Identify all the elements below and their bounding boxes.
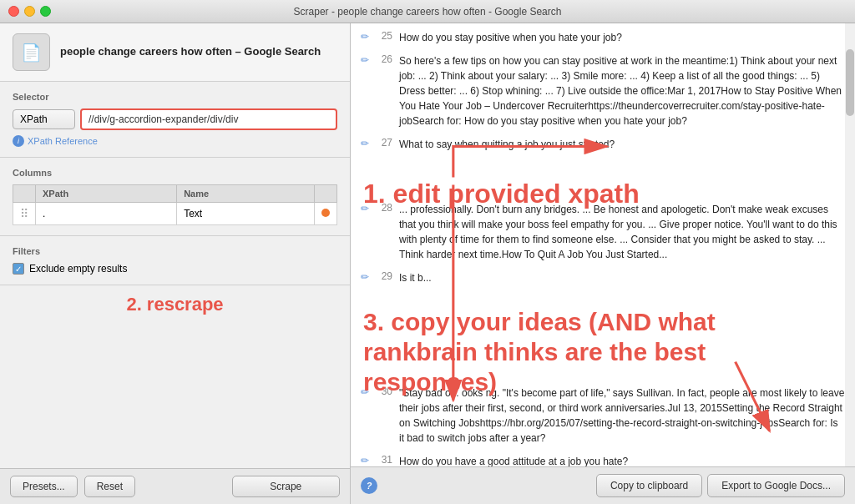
list-item: ✏ 27 What to say when quitting a job you…	[361, 137, 845, 152]
selector-input[interactable]	[80, 108, 337, 130]
selector-row: XPath CSS	[13, 108, 337, 130]
result-text: How do you stay positive when you hate y…	[399, 30, 845, 45]
pencil-icon: ✏	[361, 271, 369, 283]
filters-label: Filters	[13, 246, 337, 256]
list-item: ✏ 25 How do you stay positive when you h…	[361, 30, 845, 45]
columns-section: Columns XPath Name ⠿ .	[0, 158, 350, 236]
window-title: Scraper - people change careers how ofte…	[294, 6, 562, 18]
result-number: 28	[376, 202, 392, 214]
result-text: ... professionally. Don't burn any bridg…	[399, 202, 845, 262]
pencil-icon: ✏	[361, 31, 369, 43]
selector-type-dropdown[interactable]: XPath CSS	[13, 109, 75, 129]
left-panel: 📄 people change careers how often – Goog…	[0, 23, 351, 504]
exclude-empty-label: Exclude empty results	[29, 263, 127, 275]
drag-handle-cell[interactable]: ⠿	[13, 203, 36, 225]
list-item: ✏ 28 ... professionally. Don't burn any …	[361, 202, 845, 262]
dot-cell	[315, 203, 337, 225]
traffic-lights	[8, 6, 51, 17]
filters-section: Filters ✓ Exclude empty results	[0, 236, 350, 285]
result-text: Is it b...	[399, 270, 845, 285]
info-icon: i	[13, 135, 24, 147]
step3-annotation: 3. copy your ideas (AND what rankbrain t…	[363, 307, 834, 397]
col-xpath-header: XPath	[36, 185, 177, 203]
pencil-icon: ✏	[361, 386, 369, 398]
list-item: ✏ 30 "Stay bad o... ooks ng. "It's becom…	[361, 386, 845, 446]
list-item: ✏ 26 So here's a few tips on how you can…	[361, 53, 845, 129]
close-button[interactable]	[8, 6, 19, 17]
xpath-cell: .	[36, 203, 177, 225]
result-number: 27	[376, 137, 392, 149]
scrape-button[interactable]: Scrape	[232, 476, 340, 497]
reset-button[interactable]: Reset	[84, 476, 135, 497]
bottom-bar-right: ? Copy to clipboard Export to Google Doc…	[351, 466, 855, 504]
app-icon-symbol: 📄	[21, 43, 42, 63]
pencil-icon: ✏	[361, 138, 369, 149]
drag-handle-icon: ⠿	[20, 207, 28, 220]
step3-annotation-overlay: 3. copy your ideas (AND what rankbrain t…	[363, 307, 834, 397]
result-text: What to say when quitting a job you just…	[399, 137, 845, 152]
xpath-ref-label[interactable]: XPath Reference	[28, 136, 98, 146]
name-cell: Text	[177, 203, 315, 225]
right-buttons: Copy to clipboard Export to Google Docs.…	[596, 474, 845, 497]
pencil-icon: ✏	[361, 455, 369, 466]
result-number: 26	[376, 53, 392, 65]
xpath-reference-row: i XPath Reference	[13, 135, 337, 147]
orange-dot-icon	[321, 209, 330, 217]
list-item: ✏ 29 Is it b...	[361, 270, 845, 285]
app-icon: 📄	[13, 33, 50, 71]
result-number: 31	[376, 454, 392, 466]
maximize-button[interactable]	[40, 6, 51, 17]
scrollbar-thumb[interactable]	[846, 49, 854, 116]
results-content: ✏ 25 How do you stay positive when you h…	[351, 23, 855, 466]
exclude-empty-checkbox[interactable]: ✓	[13, 263, 24, 275]
result-number: 25	[376, 30, 392, 42]
col-handle-header	[13, 185, 36, 203]
minimize-button[interactable]	[24, 6, 35, 17]
right-panel: ✏ 25 How do you stay positive when you h…	[351, 23, 855, 504]
result-text: "Stay bad o... ooks ng. "It's become par…	[399, 386, 845, 446]
app-title: people change careers how often – Google…	[60, 44, 321, 59]
list-item: ✏ 31 How do you have a good attitude at …	[361, 454, 845, 466]
bottom-bar-left: Presets... Reset Scrape	[0, 468, 350, 504]
annotation-area: 2. rescrape	[0, 285, 350, 468]
presets-button[interactable]: Presets...	[10, 476, 78, 497]
result-text: So here's a few tips on how you can stay…	[399, 53, 845, 129]
filter-row: ✓ Exclude empty results	[13, 263, 337, 275]
help-button[interactable]: ?	[361, 477, 377, 494]
col-name-header: Name	[177, 185, 315, 203]
selector-section: Selector XPath CSS i XPath Reference	[0, 82, 350, 158]
export-to-gdocs-button[interactable]: Export to Google Docs...	[707, 474, 845, 497]
step2-annotation: 2. rescrape	[126, 294, 223, 315]
col-action-header	[315, 185, 337, 203]
pencil-icon: ✏	[361, 203, 369, 214]
result-text: How do you have a good attitude at a job…	[399, 454, 845, 466]
titlebar: Scraper - people change careers how ofte…	[0, 0, 855, 23]
selector-label: Selector	[13, 92, 337, 102]
columns-label: Columns	[13, 168, 337, 178]
columns-table: XPath Name ⠿ . Text	[13, 184, 337, 225]
scrollbar[interactable]	[845, 23, 855, 466]
pencil-icon: ✏	[361, 54, 369, 66]
result-number: 30	[376, 386, 392, 397]
table-row: ⠿ . Text	[13, 203, 337, 225]
copy-to-clipboard-button[interactable]: Copy to clipboard	[596, 474, 702, 497]
main-container: 📄 people change careers how often – Goog…	[0, 23, 855, 504]
app-header: 📄 people change careers how often – Goog…	[0, 23, 350, 82]
result-number: 29	[376, 270, 392, 282]
